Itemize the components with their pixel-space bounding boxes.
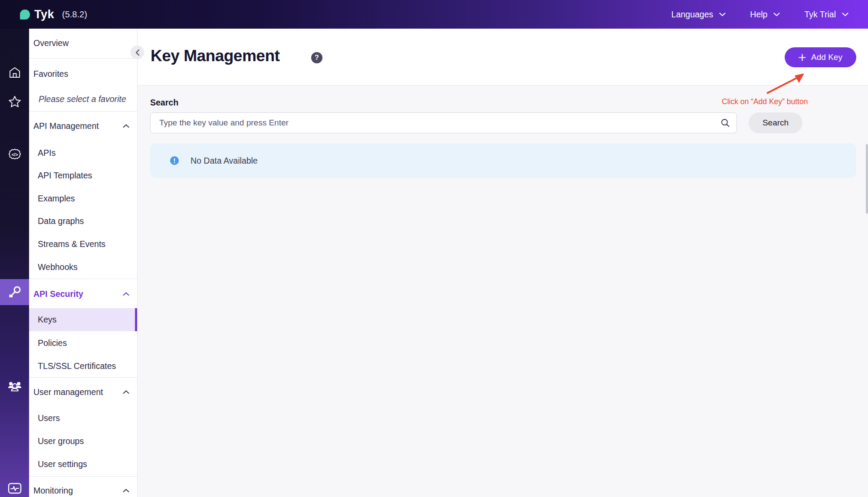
sidebar-item-apis[interactable]: APIs: [29, 142, 137, 165]
hint-label: Please select a favorite: [39, 94, 126, 104]
sidebar-section-label: Monitoring: [33, 486, 73, 496]
plus-icon: [799, 54, 806, 61]
chevron-down-icon: [719, 13, 726, 16]
sidebar-item-tls-ssl-certificates[interactable]: TLS/SSL Certificates: [29, 355, 137, 378]
chevron-up-icon: [123, 489, 129, 493]
sidebar-item-label: Users: [38, 413, 60, 423]
sidebar-item-api-templates[interactable]: API Templates: [29, 164, 137, 187]
sidebar-item-label: User groups: [38, 436, 84, 446]
top-bar: Tyk (5.8.2) Languages Help Tyk Trial: [0, 0, 868, 29]
no-data-banner: No Data Available: [150, 143, 856, 178]
no-data-text: No Data Available: [191, 156, 258, 166]
sidebar-collapse-button[interactable]: [131, 46, 144, 59]
sidebar-item-label: Overview: [33, 38, 69, 48]
sidebar-section-label: Favorites: [33, 69, 68, 79]
sidebar-item-label: Webhooks: [38, 262, 78, 272]
sidebar-item-label: User settings: [38, 459, 87, 469]
search-section-label: Search: [150, 98, 178, 108]
scrollbar-thumb[interactable]: [866, 144, 868, 214]
divider: [29, 111, 137, 112]
sidebar: Overview Favorites Please select a favor…: [29, 29, 138, 497]
help-question-icon[interactable]: ?: [311, 52, 322, 63]
sidebar-item-keys[interactable]: Keys: [29, 308, 137, 331]
add-key-label: Add Key: [811, 53, 842, 62]
sidebar-section-label: API Security: [33, 289, 83, 299]
main-content: Key Management ? Add Key Search Search: [138, 29, 868, 497]
search-button[interactable]: Search: [749, 112, 802, 133]
sidebar-item-streams-events[interactable]: Streams & Events: [29, 233, 137, 256]
help-menu[interactable]: Help: [750, 10, 780, 20]
search-input[interactable]: [150, 112, 737, 133]
key-icon[interactable]: [0, 285, 29, 300]
divider: [29, 377, 137, 378]
sidebar-item-label: Examples: [38, 194, 75, 204]
account-menu-label: Tyk Trial: [804, 10, 836, 20]
monitoring-icon[interactable]: [0, 481, 29, 496]
divider: [29, 58, 137, 59]
sidebar-item-examples[interactable]: Examples: [29, 187, 137, 210]
sidebar-item-label: API Templates: [38, 171, 92, 181]
search-icon[interactable]: [720, 118, 730, 128]
sidebar-item-label: TLS/SSL Certificates: [38, 361, 116, 371]
app-window: Tyk (5.8.2) Languages Help Tyk Trial: [0, 0, 868, 497]
divider: [29, 279, 137, 279]
chevron-up-icon: [123, 292, 129, 296]
languages-menu-label: Languages: [671, 10, 713, 20]
sidebar-section-monitoring[interactable]: Monitoring: [29, 479, 137, 497]
home-icon[interactable]: [0, 65, 29, 80]
sidebar-section-label: User management: [33, 387, 103, 397]
chevron-down-icon: [842, 13, 848, 16]
sidebar-item-policies[interactable]: Policies: [29, 332, 137, 355]
search-input-wrap: [150, 112, 737, 133]
help-menu-label: Help: [750, 10, 767, 20]
chevron-down-icon: [773, 13, 780, 16]
chevron-left-icon: [135, 49, 140, 56]
sidebar-item-user-groups[interactable]: User groups: [29, 430, 137, 453]
sidebar-section-label: API Management: [33, 121, 99, 131]
add-key-button[interactable]: Add Key: [785, 47, 856, 67]
icon-rail: </>: [0, 29, 29, 497]
sidebar-section-api-management[interactable]: API Management: [29, 115, 137, 138]
chevron-up-icon: [123, 124, 129, 128]
api-gateway-gear-icon[interactable]: </>: [0, 147, 29, 161]
sidebar-item-label: Data graphs: [38, 216, 84, 226]
chevron-up-icon: [123, 390, 129, 394]
page-title: Key Management: [151, 47, 279, 65]
sidebar-item-overview[interactable]: Overview: [29, 32, 137, 55]
languages-menu[interactable]: Languages: [671, 10, 726, 20]
logo-text: Tyk: [34, 8, 54, 21]
sidebar-item-webhooks[interactable]: Webhooks: [29, 256, 137, 279]
tyk-leaf-icon: [20, 10, 30, 20]
annotation-text: Click on “Add Key” button: [722, 97, 808, 106]
sidebar-item-users[interactable]: Users: [29, 407, 137, 430]
sidebar-section-favorites[interactable]: Favorites: [29, 63, 137, 86]
account-menu[interactable]: Tyk Trial: [804, 10, 848, 20]
annotation-arrow-icon: [763, 70, 810, 97]
sidebar-item-label: Policies: [38, 338, 67, 348]
users-icon[interactable]: [0, 379, 29, 393]
divider: [29, 476, 137, 477]
svg-text:</>: </>: [11, 152, 18, 157]
app-shell: </>: [0, 29, 868, 497]
version-label: (5.8.2): [62, 10, 87, 20]
sidebar-item-data-graphs[interactable]: Data graphs: [29, 210, 137, 233]
sidebar-item-user-settings[interactable]: User settings: [29, 453, 137, 476]
sidebar-section-api-security[interactable]: API Security: [29, 283, 137, 306]
sidebar-section-user-management[interactable]: User management: [29, 381, 137, 404]
tyk-logo[interactable]: Tyk (5.8.2): [20, 8, 87, 21]
info-icon: [170, 156, 179, 165]
sidebar-item-label: Keys: [38, 315, 56, 325]
topbar-menus: Languages Help Tyk Trial: [671, 10, 848, 20]
favorites-empty-hint: Please select a favorite: [29, 88, 137, 111]
sidebar-item-label: Streams & Events: [38, 239, 105, 249]
sidebar-item-label: APIs: [38, 148, 56, 158]
favorites-star-icon[interactable]: [0, 94, 29, 109]
